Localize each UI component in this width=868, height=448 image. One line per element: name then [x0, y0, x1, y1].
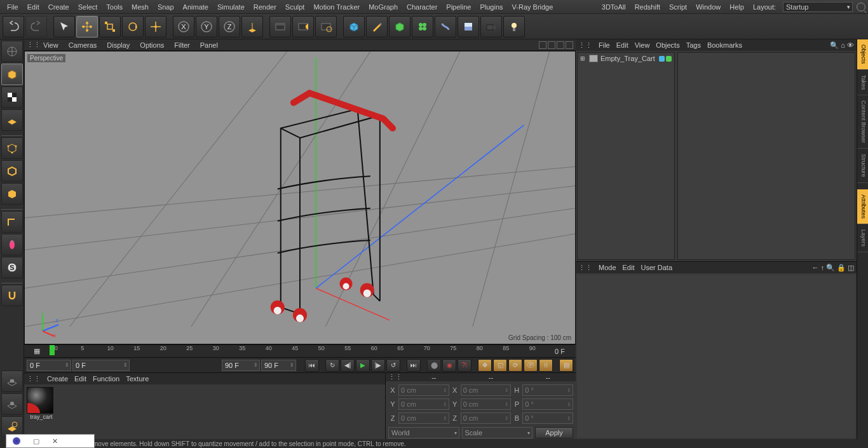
axis-button[interactable] — [1, 211, 23, 233]
model-mode-button[interactable] — [1, 64, 23, 85]
nurbs-button[interactable] — [389, 16, 410, 37]
coord-field[interactable]: 0 cm — [398, 398, 449, 410]
layout-dropdown[interactable]: Startup — [783, 2, 853, 12]
camera-button[interactable] — [480, 16, 502, 37]
eye-icon[interactable]: 👁 — [847, 41, 854, 50]
material-item[interactable]: tray_cart — [27, 387, 56, 437]
vp-nav-icon[interactable] — [557, 41, 564, 49]
coord-field[interactable]: 0 ° — [522, 398, 573, 410]
z-axis-button[interactable]: Z — [219, 16, 240, 37]
tab-takes[interactable]: Takes — [857, 70, 868, 96]
menu-help[interactable]: Help — [725, 0, 749, 14]
autokey-button[interactable]: ◉ — [442, 359, 456, 372]
snap-button[interactable] — [1, 285, 23, 306]
environment-button[interactable] — [458, 16, 479, 37]
menu-mesh[interactable]: Mesh — [127, 0, 153, 14]
workplane-button[interactable] — [1, 109, 23, 131]
loop2-button[interactable]: ↺ — [386, 359, 400, 372]
obj-menu-view[interactable]: View — [635, 41, 650, 49]
coord-field[interactable]: 0 ° — [522, 384, 573, 396]
menu-3dtoall[interactable]: 3DToAll — [597, 0, 630, 14]
menu-sculpt[interactable]: Sculpt — [281, 0, 309, 14]
y-axis-button[interactable]: Y — [196, 16, 217, 37]
visibility-dot-icon[interactable] — [666, 56, 672, 62]
lock-icon[interactable]: 🔒 — [837, 264, 846, 272]
mat-menu-create[interactable]: Create — [47, 375, 68, 383]
obj-menu-tags[interactable]: Tags — [686, 41, 701, 49]
mat-menu-edit[interactable]: Edit — [74, 375, 86, 383]
x-axis-button[interactable]: X — [173, 16, 194, 37]
nav-up-icon[interactable]: ↑ — [821, 264, 825, 272]
scale-button[interactable] — [99, 16, 121, 37]
key-scale-button[interactable]: ◱ — [493, 359, 507, 372]
tab-attributes[interactable]: Attributes — [857, 189, 868, 224]
vp-nav-icon[interactable] — [548, 41, 555, 49]
prev-key-button[interactable]: ◀| — [341, 359, 355, 372]
menu-vray[interactable]: V-Ray Bridge — [508, 0, 558, 14]
render-view-button[interactable] — [269, 16, 291, 37]
menu-select[interactable]: Select — [74, 0, 102, 14]
attributes-body[interactable] — [577, 275, 855, 438]
planar-workplane-button[interactable] — [1, 393, 23, 415]
obj-menu-bookmarks[interactable]: Bookmarks — [707, 41, 742, 49]
close-icon[interactable]: ✕ — [52, 437, 58, 445]
render-settings-button[interactable] — [315, 16, 337, 37]
array-button[interactable] — [412, 16, 433, 37]
range-from-field[interactable]: 0 F — [72, 360, 130, 371]
menu-create[interactable]: Create — [44, 0, 74, 14]
vp-nav-icon[interactable] — [566, 41, 573, 49]
vp-menu-options[interactable]: Options — [135, 41, 169, 49]
coord-space-dropdown[interactable]: World — [388, 427, 459, 438]
vp-menu-view[interactable]: View — [38, 41, 64, 49]
nav-back-icon[interactable]: ← — [812, 264, 819, 272]
key-param-button[interactable]: Ⓟ — [524, 359, 538, 372]
search-icon[interactable] — [857, 3, 865, 11]
range-to-field[interactable]: 90 F — [222, 360, 260, 371]
tab-objects[interactable]: Objects — [857, 39, 868, 70]
coord-field[interactable]: 0 ° — [522, 412, 573, 424]
current-frame-field[interactable]: 90 F — [261, 360, 296, 371]
vp-menu-cameras[interactable]: Cameras — [64, 41, 102, 49]
coord-field[interactable]: 0 cm — [398, 412, 449, 424]
os-taskbar-thumbnail[interactable]: ▢ ✕ — [6, 434, 95, 448]
apply-button[interactable]: Apply — [535, 427, 573, 438]
key-rot-button[interactable]: ⟳ — [508, 359, 522, 372]
live-select-button[interactable] — [53, 16, 75, 37]
obj-menu-file[interactable]: File — [599, 41, 610, 49]
record-button[interactable]: ⬤ — [427, 359, 441, 372]
coord-system-button[interactable] — [241, 16, 263, 37]
loop-button[interactable]: ↻ — [325, 359, 339, 372]
vp-menu-display[interactable]: Display — [102, 41, 135, 49]
menu-animate[interactable]: Animate — [179, 0, 213, 14]
render-pv-button[interactable] — [292, 16, 314, 37]
viewport[interactable]: Perspective — [24, 51, 576, 344]
make-editable-button[interactable] — [1, 41, 23, 62]
obj-menu-objects[interactable]: Objects — [656, 41, 679, 49]
attr-menu-userdata[interactable]: User Data — [641, 264, 673, 271]
rotate-button[interactable] — [122, 16, 144, 37]
pen-tool-button[interactable] — [366, 16, 388, 37]
vp-menu-filter[interactable]: Filter — [169, 41, 194, 49]
menu-simulate[interactable]: Simulate — [213, 0, 249, 14]
key-pla-button[interactable]: ⁞⁞ — [539, 359, 553, 372]
menu-snap[interactable]: Snap — [153, 0, 179, 14]
coord-field[interactable]: 0 cm — [461, 412, 512, 424]
menu-tools[interactable]: Tools — [102, 0, 127, 14]
object-tree[interactable]: ⊞ Empty_Tray_Cart — [577, 52, 675, 260]
viewport-solo-button[interactable]: S — [1, 257, 23, 278]
coord-field[interactable]: 0 cm — [461, 398, 512, 410]
menu-mograph[interactable]: MoGraph — [364, 0, 402, 14]
polygons-mode-button[interactable] — [1, 183, 23, 205]
menu-script[interactable]: Script — [665, 0, 691, 14]
menu-pipeline[interactable]: Pipeline — [442, 0, 475, 14]
key-button[interactable]: ?⃝ — [458, 359, 471, 372]
menu-window[interactable]: Window — [691, 0, 725, 14]
recent-tool-button[interactable] — [145, 16, 166, 37]
menu-plugins[interactable]: Plugins — [475, 0, 507, 14]
timeline[interactable]: ▦ 051015202530354045505560657075808590 0… — [24, 344, 576, 357]
search-icon[interactable]: 🔍 — [830, 41, 839, 50]
play-button[interactable]: ▶ — [356, 359, 370, 372]
deformer-button[interactable] — [435, 16, 456, 37]
tab-structure[interactable]: Structure — [857, 149, 868, 183]
menu-file[interactable]: File — [3, 0, 23, 14]
